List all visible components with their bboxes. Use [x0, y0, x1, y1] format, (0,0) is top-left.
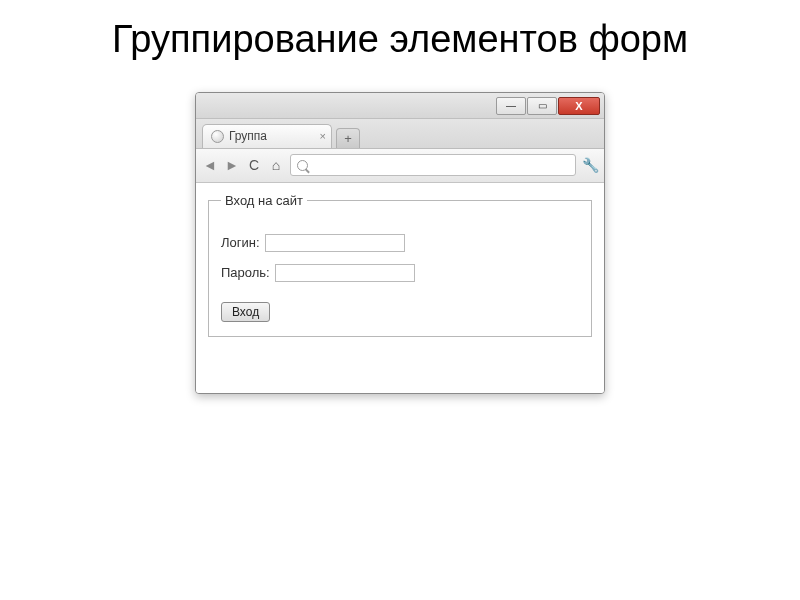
- slide-title: Группирование элементов форм: [0, 18, 800, 62]
- tab-title: Группа: [229, 129, 267, 143]
- fieldset-legend: Вход на сайт: [221, 193, 307, 208]
- login-input[interactable]: [265, 234, 405, 252]
- address-bar[interactable]: [290, 154, 576, 176]
- globe-icon: [211, 130, 224, 143]
- password-label: Пароль:: [221, 265, 270, 280]
- submit-button[interactable]: Вход: [221, 302, 270, 322]
- login-fieldset: Вход на сайт Логин: Пароль: Вход: [208, 193, 592, 337]
- password-row: Пароль:: [221, 264, 579, 282]
- browser-toolbar: ◄ ► C ⌂ 🔧: [196, 149, 604, 183]
- search-icon: [297, 160, 308, 171]
- back-icon[interactable]: ◄: [202, 157, 218, 173]
- login-row: Логин:: [221, 234, 579, 252]
- maximize-button[interactable]: ▭: [527, 97, 557, 115]
- minimize-button[interactable]: —: [496, 97, 526, 115]
- forward-icon[interactable]: ►: [224, 157, 240, 173]
- password-input[interactable]: [275, 264, 415, 282]
- tabstrip: Группа × +: [196, 119, 604, 149]
- browser-window: — ▭ X Группа × + ◄ ► C ⌂ 🔧 Вход на сайт …: [195, 92, 605, 394]
- page-viewport: Вход на сайт Логин: Пароль: Вход: [196, 183, 604, 393]
- login-label: Логин:: [221, 235, 260, 250]
- wrench-icon[interactable]: 🔧: [582, 157, 598, 173]
- tab-close-icon[interactable]: ×: [320, 130, 326, 142]
- close-button[interactable]: X: [558, 97, 600, 115]
- reload-icon[interactable]: C: [246, 157, 262, 173]
- new-tab-button[interactable]: +: [336, 128, 360, 148]
- browser-tab[interactable]: Группа ×: [202, 124, 332, 148]
- home-icon[interactable]: ⌂: [268, 157, 284, 173]
- window-titlebar: — ▭ X: [196, 93, 604, 119]
